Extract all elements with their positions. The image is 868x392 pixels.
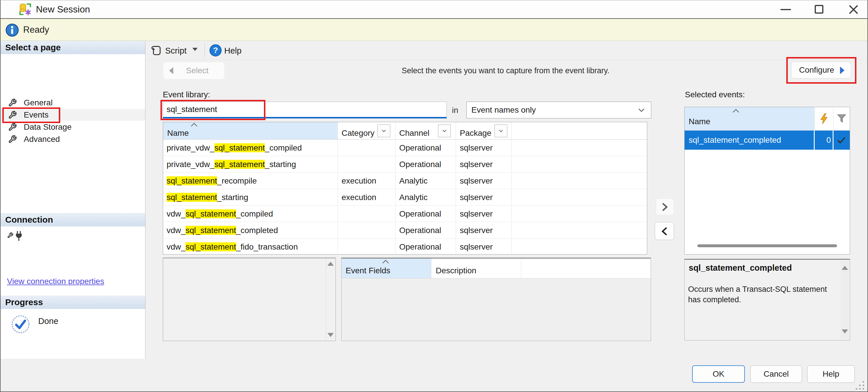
- ok-label: OK: [713, 369, 724, 379]
- event-name-cell: private_vdw_sql_statement_starting: [166, 156, 296, 172]
- script-icon: [150, 44, 162, 58]
- column-header-name[interactable]: Name: [163, 122, 338, 139]
- column-header-description[interactable]: Description: [431, 259, 521, 278]
- column-header-package[interactable]: Package: [456, 122, 512, 139]
- selected-column-actions[interactable]: [814, 107, 833, 130]
- sort-asc-icon: [191, 123, 197, 128]
- vertical-scrollbar[interactable]: [326, 258, 336, 341]
- sidebar: Select a page General Events Data Storag…: [1, 41, 146, 359]
- column-header-label: Event Fields: [346, 266, 390, 275]
- filter-dropdown-button[interactable]: [495, 125, 507, 137]
- channel-cell: Operational: [399, 156, 441, 172]
- event-description-panel: sql_statement_completed Occurs when a Tr…: [684, 259, 850, 340]
- channel-cell: Operational: [399, 205, 441, 222]
- package-cell: sqlserver: [460, 172, 493, 189]
- help-button-footer[interactable]: Help: [807, 365, 855, 383]
- filter-dropdown-button[interactable]: [377, 125, 390, 137]
- scroll-down-icon[interactable]: [328, 333, 334, 337]
- channel-cell: Analytic: [399, 172, 428, 189]
- selected-event-count: 0: [815, 131, 831, 150]
- selected-event-row[interactable]: sql_statement_completed 0: [685, 131, 850, 150]
- new-session-dialog: New Session Ready Select a page: [0, 0, 868, 392]
- view-connection-properties-link[interactable]: View connection properties: [7, 277, 104, 286]
- help-label: Help: [224, 42, 242, 59]
- configure-label: Configure: [799, 62, 834, 78]
- sidebar-item-general[interactable]: General: [1, 97, 145, 108]
- script-label: Script: [165, 42, 187, 59]
- help-circle-icon: ?: [209, 44, 222, 58]
- sidebar-item-data-storage[interactable]: Data Storage: [1, 121, 145, 133]
- event-library-table: Name Category Channel Package: [163, 122, 647, 255]
- remove-event-button[interactable]: [655, 222, 674, 240]
- title-bar: New Session: [1, 0, 867, 18]
- status-bar: Ready: [1, 18, 867, 41]
- chevron-left-icon: [661, 227, 667, 236]
- package-cell: sqlserver: [460, 205, 493, 222]
- selected-column-header-name[interactable]: Name: [685, 107, 814, 130]
- help-label: Help: [823, 369, 839, 379]
- table-row[interactable]: vdw_sql_statement_compiled Operational s…: [163, 205, 647, 222]
- chevron-right-icon: [662, 203, 668, 211]
- selected-events-table: Name sql_statement_completed 0: [684, 107, 850, 255]
- horizontal-scrollbar-thumb[interactable]: [698, 244, 837, 247]
- status-text: Ready: [23, 19, 49, 41]
- toolbar-separator: [205, 43, 205, 58]
- sidebar-item-advanced[interactable]: Advanced: [1, 133, 145, 145]
- table-row[interactable]: private_vdw_sql_statement_starting Opera…: [163, 156, 647, 172]
- cancel-label: Cancel: [764, 369, 788, 379]
- ok-button[interactable]: OK: [692, 365, 745, 383]
- table-row[interactable]: vdw_sql_statement_fido_transaction Opera…: [163, 238, 647, 254]
- wrench-icon: [8, 123, 17, 133]
- connection-header: Connection: [1, 213, 145, 226]
- sidebar-item-label: Advanced: [24, 133, 60, 145]
- table-row[interactable]: sql_statement_recompile execution Analyt…: [163, 172, 647, 189]
- column-header-label: Name: [167, 129, 189, 138]
- scroll-up-icon[interactable]: [842, 266, 848, 270]
- select-a-page-header: Select a page: [1, 41, 145, 54]
- progress-header: Progress: [1, 296, 145, 309]
- minimize-button[interactable]: [775, 0, 797, 18]
- toolbar: Script ? Help: [146, 41, 868, 60]
- column-header-category[interactable]: Category: [338, 122, 395, 139]
- filter-dropdown-button[interactable]: [438, 125, 451, 137]
- close-button[interactable]: [842, 0, 865, 18]
- maximize-button[interactable]: [808, 0, 830, 18]
- search-scope-dropdown[interactable]: Event names only: [466, 102, 651, 119]
- help-button[interactable]: ? Help: [208, 42, 254, 58]
- resize-grip[interactable]: [854, 380, 865, 390]
- sidebar-item-events[interactable]: Events: [1, 109, 145, 121]
- event-name-cell: sql_statement_starting: [166, 189, 248, 205]
- instruction-text: Select the events you want to capture fr…: [346, 66, 665, 75]
- table-row[interactable]: sql_statement_starting execution Analyti…: [163, 189, 647, 205]
- description-body: Occurs when a Transact-SQL statement has…: [688, 284, 836, 305]
- table-row[interactable]: vdw_sql_statement_completed Operational …: [163, 222, 647, 238]
- forward-arrow-icon: [840, 67, 845, 76]
- info-icon: [5, 23, 19, 38]
- scroll-down-icon[interactable]: [842, 329, 848, 333]
- wrench-icon: [8, 135, 17, 145]
- done-icon: [11, 315, 30, 335]
- column-header-channel[interactable]: Channel: [395, 122, 456, 139]
- event-name-cell: vdw_sql_statement_fido_transaction: [166, 238, 298, 255]
- column-header-label: Category: [342, 129, 375, 138]
- window-title: New Session: [36, 0, 90, 18]
- package-cell: sqlserver: [460, 156, 493, 172]
- table-row[interactable]: private_vdw_sql_statement_compiled Opera…: [163, 139, 647, 156]
- event-search-input[interactable]: sql_statement: [163, 102, 447, 119]
- sidebar-item-label: Data Storage: [24, 121, 71, 133]
- selected-column-filter[interactable]: [833, 107, 850, 130]
- script-dropdown-arrow[interactable]: [192, 48, 197, 51]
- wrench-plug-icon: [6, 230, 24, 245]
- app-icon: [19, 3, 32, 16]
- vertical-scrollbar[interactable]: [840, 261, 849, 339]
- cancel-button[interactable]: Cancel: [750, 365, 802, 383]
- svg-text:?: ?: [213, 46, 218, 55]
- scroll-up-icon[interactable]: [328, 262, 334, 266]
- select-back-button[interactable]: Select: [163, 62, 224, 79]
- configure-button[interactable]: Configure: [791, 62, 851, 78]
- package-cell: sqlserver: [460, 222, 493, 238]
- column-header-event-fields[interactable]: Event Fields: [342, 259, 431, 278]
- add-event-button[interactable]: [656, 198, 674, 215]
- library-table-header: Name Category Channel Package: [163, 122, 647, 139]
- column-header-label: Channel: [399, 129, 429, 138]
